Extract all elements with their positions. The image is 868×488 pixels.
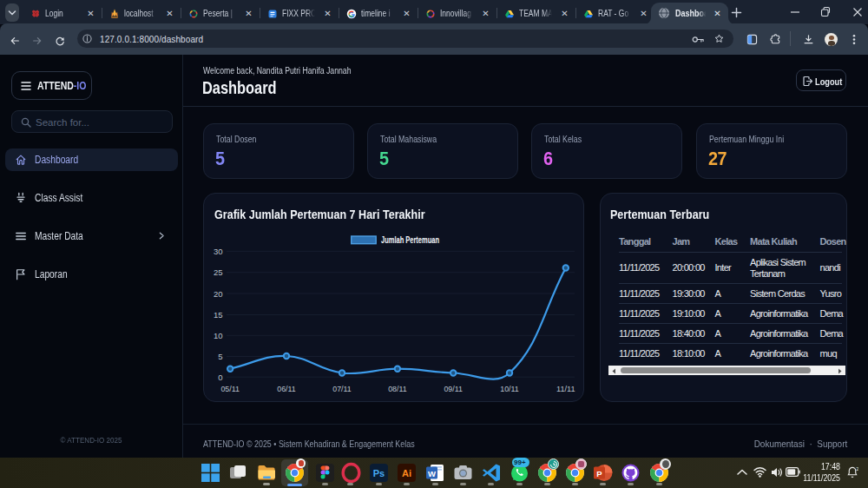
svg-text:06/11: 06/11 [277, 384, 296, 393]
svg-text:P: P [596, 469, 602, 478]
svg-text:0: 0 [218, 373, 222, 382]
svg-text:30: 30 [214, 247, 223, 256]
svg-text:15: 15 [214, 310, 223, 320]
svg-text:25: 25 [214, 267, 223, 277]
svg-text:Jumlah Pertemuan: Jumlah Pertemuan [381, 234, 439, 245]
svg-text:08/11: 08/11 [388, 384, 407, 393]
svg-text:Ai: Ai [402, 468, 411, 478]
svg-text:W: W [428, 469, 436, 478]
svg-text:20: 20 [214, 289, 223, 299]
svg-text:05/11: 05/11 [220, 384, 240, 393]
svg-text:10/11: 10/11 [500, 384, 519, 393]
svg-text:5: 5 [218, 352, 222, 361]
svg-text:10: 10 [214, 331, 223, 340]
svg-text:07/11: 07/11 [332, 384, 352, 393]
svg-text:11/11: 11/11 [556, 384, 575, 393]
svg-text:Ps: Ps [373, 468, 385, 478]
svg-text:2: 2 [856, 466, 858, 472]
svg-text:09/11: 09/11 [444, 384, 463, 393]
